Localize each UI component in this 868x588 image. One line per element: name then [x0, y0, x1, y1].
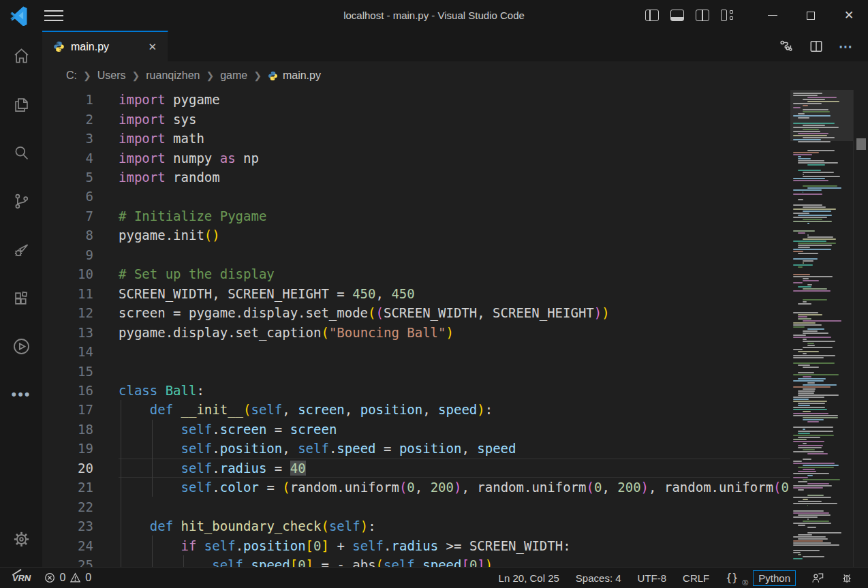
breadcrumb-item-folder[interactable]: game: [220, 69, 247, 82]
code-line[interactable]: 7# Initialize Pygame: [42, 206, 790, 226]
code-line[interactable]: 11SCREEN_WIDTH, SCREEN_HEIGHT = 450, 450: [42, 284, 790, 303]
code-line[interactable]: 25 self.speed[0] = - abs(self.speed[0]): [42, 555, 790, 567]
code-line[interactable]: 1import pygame: [42, 90, 790, 109]
code-line[interactable]: 21 self.color = (random.uniform(0, 200),…: [42, 478, 790, 497]
code-line[interactable]: 10# Set up the display: [42, 264, 790, 283]
minimap-line: [803, 384, 837, 386]
minimize-button[interactable]: [754, 0, 792, 31]
minimap-line: [793, 95, 818, 96]
close-window-button[interactable]: ✕: [830, 0, 868, 31]
sidebar-item-source-control[interactable]: [5, 185, 37, 217]
minimap-line: [803, 206, 826, 208]
code-line[interactable]: 12screen = pygame.display.set_mode((SCRE…: [42, 303, 790, 322]
sidebar-item-home[interactable]: [5, 40, 37, 72]
code-text: # Initialize Pygame: [119, 208, 266, 223]
code-text: SCREEN_WIDTH, SCREEN_HEIGHT = 450, 450: [119, 286, 415, 301]
breadcrumb-item-file[interactable]: main.py: [283, 69, 321, 82]
line-number: 20: [42, 461, 93, 476]
remote-indicator[interactable]: VRN: [12, 573, 32, 583]
minimap-line: [803, 111, 830, 112]
toggle-primary-sidebar-icon[interactable]: [645, 10, 659, 21]
language-status-icon[interactable]: {} ⓧ: [717, 572, 746, 584]
code-line[interactable]: 13pygame.display.set_caption("Bouncing B…: [42, 322, 790, 341]
minimap-line: [798, 170, 821, 171]
breadcrumb-item-user[interactable]: ruanqizhen: [146, 69, 200, 82]
more-activity-items-button[interactable]: •••: [5, 379, 37, 410]
code-line[interactable]: 24 if self.position[0] + self.radius >= …: [42, 536, 790, 555]
minimap-line: [793, 503, 837, 504]
code-line[interactable]: 8pygame.init(): [42, 226, 790, 245]
minimap-line: [798, 243, 836, 244]
code-text: def hit_boundary_check(self):: [119, 519, 376, 533]
menu-hamburger-button[interactable]: [44, 5, 65, 26]
encoding[interactable]: UTF-8: [630, 572, 675, 584]
code-line[interactable]: 3import math: [42, 129, 790, 148]
overview-ruler[interactable]: [853, 90, 868, 567]
tab-main-py[interactable]: main.py ✕: [42, 31, 168, 61]
minimap-line: [793, 127, 839, 128]
sidebar-item-extensions[interactable]: [5, 282, 37, 313]
minimap-line: [798, 445, 823, 446]
minimap-line: [793, 461, 802, 462]
sidebar-item-search[interactable]: [5, 137, 37, 168]
code-line[interactable]: 18 self.screen = screen: [42, 420, 790, 439]
breadcrumb-item-users[interactable]: Users: [97, 69, 126, 82]
indentation[interactable]: Spaces: 4: [568, 572, 630, 584]
code-line[interactable]: 22: [42, 497, 790, 516]
minimap-line: [798, 266, 803, 268]
bug-button[interactable]: [833, 572, 861, 584]
code-text: def __init__(self, screen, position, spe…: [119, 402, 493, 417]
breadcrumb-item-drive[interactable]: C:: [66, 69, 77, 82]
tab-close-button[interactable]: ✕: [145, 40, 159, 55]
split-editor-icon[interactable]: [809, 39, 824, 54]
problems-indicator[interactable]: 0 0: [44, 572, 91, 584]
language-mode[interactable]: Python: [753, 570, 796, 586]
toggle-panel-icon[interactable]: [670, 10, 684, 21]
chevron-right-icon: ❯: [132, 70, 140, 81]
minimap[interactable]: [790, 90, 853, 567]
code-line[interactable]: 14: [42, 342, 790, 361]
code-text: self.position, self.speed = position, sp…: [119, 441, 516, 456]
code-line[interactable]: 17 def __init__(self, screen, position, …: [42, 400, 790, 419]
code-line[interactable]: 4import numpy as np: [42, 148, 790, 167]
language-status-badge: ⓧ: [742, 580, 748, 586]
sidebar-item-run-debug[interactable]: [5, 234, 37, 265]
cursor-position[interactable]: Ln 20, Col 25: [491, 572, 568, 584]
code-line[interactable]: 19 self.position, self.speed = position,…: [42, 439, 790, 458]
code-line[interactable]: 5import random: [42, 168, 790, 187]
code-line[interactable]: 9: [42, 245, 790, 264]
line-number: 17: [42, 402, 93, 417]
manage-settings-button[interactable]: [5, 523, 37, 555]
code-line[interactable]: 6: [42, 187, 790, 206]
maximize-button[interactable]: [792, 0, 830, 31]
minimap-line: [798, 471, 816, 472]
more-actions-icon[interactable]: ⋯: [839, 38, 853, 55]
code-line[interactable]: 20 self.radius = 40: [42, 459, 790, 478]
code-editor[interactable]: 1import pygame2import sys3import math4im…: [42, 90, 868, 567]
minimap-line: [803, 411, 811, 412]
minimap-line: [807, 328, 824, 330]
sidebar-item-run-preview[interactable]: [5, 330, 37, 362]
end-of-line[interactable]: CRLF: [675, 572, 717, 584]
scrollbar-marker[interactable]: [856, 138, 866, 150]
code-line[interactable]: 15: [42, 361, 790, 380]
code-line[interactable]: 16class Ball:: [42, 381, 790, 400]
toggle-secondary-sidebar-icon[interactable]: [696, 10, 709, 21]
customize-layout-icon[interactable]: [721, 10, 734, 21]
minimap-line: [803, 278, 809, 279]
minimap-line: [807, 505, 808, 506]
minimap-line: [803, 499, 808, 500]
line-number: 4: [42, 151, 93, 166]
sidebar-item-explorer[interactable]: [5, 89, 37, 120]
minimap-line: [803, 299, 827, 300]
code-line[interactable]: 2import sys: [42, 109, 790, 128]
minimap-line: [793, 558, 803, 559]
minimap-line: [793, 274, 810, 275]
minimap-line: [798, 199, 803, 200]
feedback-button[interactable]: [803, 572, 833, 584]
maximize-icon: [807, 12, 815, 20]
minimap-line: [793, 208, 836, 210]
code-line[interactable]: 23 def hit_boundary_check(self):: [42, 516, 790, 536]
hierarchy-graph-icon[interactable]: [779, 39, 794, 54]
minimap-line: [798, 392, 814, 394]
